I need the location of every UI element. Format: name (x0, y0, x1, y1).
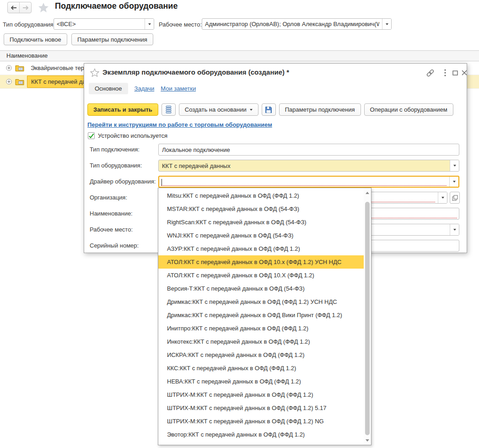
required-underline (161, 185, 447, 186)
more-actions-button[interactable] (440, 68, 450, 77)
dialog-toolbar: Записать и закрыть Создать на основании … (87, 103, 453, 116)
create-based-on-button[interactable]: Создать на основании (179, 103, 258, 116)
workplace-filter-dropdown-button[interactable] (382, 19, 391, 29)
connection-params-button[interactable]: Параметры подключения (71, 33, 153, 45)
save-button[interactable] (262, 103, 276, 116)
driver-option[interactable]: Дримкас:ККТ с передачей данных в ОФД Вик… (158, 308, 364, 322)
equipment-operations-button[interactable]: Операции с оборудованием (364, 103, 453, 116)
dropdown-scrollbar[interactable] (364, 188, 371, 445)
driver-option[interactable]: WNJI:ККТ с передачей данных в ОФД (54-ФЗ… (158, 229, 364, 242)
organization-open-button[interactable] (450, 192, 460, 204)
serial-number-label: Серийный номер: (90, 240, 139, 252)
scroll-up-icon (366, 192, 369, 194)
page-title: Подключаемое оборудование (55, 1, 178, 11)
equipment-type-dropdown-button[interactable] (450, 160, 459, 171)
close-button[interactable] (459, 68, 469, 77)
dropdown-arrow-icon (148, 23, 151, 25)
driver-dropdown-button[interactable] (449, 177, 458, 187)
dropdown-arrow-icon (453, 181, 456, 183)
instructions-link[interactable]: Перейти к инструкциям по работе с торгов… (87, 121, 272, 128)
organization-dropdown-button[interactable] (438, 192, 447, 203)
driver-field (158, 176, 459, 188)
scroll-down-icon (366, 439, 369, 442)
connection-type-label: Тип подключения: (90, 144, 140, 156)
driver-label: Драйвер оборудования: (90, 176, 156, 188)
name-label: Наименование: (90, 208, 133, 220)
scroll-down-button[interactable] (364, 437, 371, 444)
driver-option[interactable]: Mitsu:ККТ с передачей данных в ОФД (ФФД … (158, 189, 364, 202)
dropdown-arrow-icon (250, 109, 253, 111)
dialog-tab[interactable]: Мои заметки (161, 83, 196, 94)
driver-option[interactable]: ШТРИХ-М:ККТ с передачей данных в ОФД (ФФ… (158, 415, 364, 428)
equipment-type-input[interactable] (159, 160, 450, 171)
save-icon (265, 106, 272, 113)
driver-option[interactable]: Дримкас:ККТ с передачей данных в ОФД (ФФ… (158, 295, 364, 308)
driver-option[interactable]: ККС:ККТ с передачей данных в ОФД (ФФД 1.… (158, 362, 364, 375)
connection-type-field (158, 144, 459, 156)
column-header-name: Наименование (6, 52, 48, 59)
dropdown-arrow-icon (441, 197, 444, 199)
driver-option[interactable]: Инитпро:ККТ с передачей данных в ОФД (ФФ… (158, 322, 364, 335)
driver-option[interactable]: RightScan:ККТ с передачей данных в ОФД (… (158, 216, 364, 229)
equipment-type-filter (54, 18, 154, 30)
device-used-checkbox-row[interactable]: Устройство используется (88, 132, 167, 139)
structure-icon (166, 106, 172, 113)
driver-option[interactable]: НЕВА:ККТ с передачей данных в ОФД (ФФД 1… (158, 375, 364, 388)
dialog-connection-params-button[interactable]: Параметры подключения (279, 103, 361, 116)
dialog-tab[interactable]: Задачи (135, 83, 155, 94)
driver-option[interactable]: АТОЛ:ККТ с передачей данных в ОФД 10.X (… (158, 269, 364, 282)
driver-option[interactable]: ШТРИХ-М:ККТ с передачей данных в ОФД (ФФ… (158, 401, 364, 415)
dialog-tabs: Основное Задачи Мои заметки (89, 83, 196, 94)
history-nav (7, 2, 32, 13)
folder-icon (15, 65, 24, 71)
scroll-up-button[interactable] (364, 189, 371, 196)
forward-button[interactable] (19, 2, 31, 13)
scrollbar-thumb[interactable] (365, 202, 370, 435)
back-button[interactable] (8, 2, 19, 13)
structure-button[interactable] (161, 103, 176, 116)
driver-option[interactable]: ШТРИХ-М:ККТ с передачей данных в ОФД (ФФ… (158, 388, 364, 401)
get-link-button[interactable] (425, 68, 435, 77)
driver-option[interactable]: АЗУР:ККТ с передачей данных в ОФД (ФФД 1… (158, 242, 364, 255)
equipment-type-filter-input[interactable] (54, 19, 145, 29)
expand-node-icon[interactable] (6, 79, 12, 85)
connect-new-button[interactable]: Подключить новое (4, 33, 67, 45)
driver-option[interactable]: Инкотекс:ККТ с передачей данных в ОФД (Ф… (158, 335, 364, 348)
driver-options: Mitsu:ККТ с передачей данных в ОФД (ФФД … (158, 189, 364, 441)
dropdown-arrow-icon (453, 229, 456, 231)
expand-node-icon[interactable] (6, 65, 12, 71)
equipment-type-filter-label: Тип оборудования: (3, 21, 55, 28)
text-caret (161, 179, 162, 186)
equipment-type-label: Тип оборудования: (90, 160, 142, 172)
workplace-filter-input[interactable] (202, 19, 382, 29)
open-form-icon (452, 195, 458, 201)
app-window: Подключаемое оборудование Тип оборудован… (0, 0, 479, 448)
dialog-title: Экземпляр подключаемого оборудования (со… (102, 68, 289, 76)
equipment-type-filter-dropdown-button[interactable] (145, 19, 154, 29)
connection-type-input[interactable] (159, 144, 459, 155)
save-and-close-button[interactable]: Записать и закрыть (87, 103, 158, 116)
close-icon (462, 70, 467, 76)
dropdown-arrow-icon (386, 23, 388, 25)
driver-option[interactable]: Эвотор:ККТ с передачей данных в ОФД (ФФД… (158, 428, 364, 441)
dropdown-arrow-icon (453, 165, 456, 167)
device-used-checkbox[interactable] (88, 132, 95, 139)
dialog-tab[interactable]: Основное (89, 83, 128, 94)
dialog-star-icon[interactable] (90, 68, 99, 78)
driver-option[interactable]: ИСКРА:ККТ с передачей данных в ОФД (ФФД … (158, 348, 364, 362)
driver-option[interactable]: АТОЛ:ККТ с передачей данных в ОФД 10.x (… (158, 255, 364, 269)
maximize-button[interactable] (450, 68, 460, 77)
back-icon (10, 5, 17, 11)
workplace-filter (202, 18, 392, 30)
workplace-dropdown-button[interactable] (450, 224, 459, 235)
driver-option[interactable]: MSTAR:ККТ с передачей данных в ОФД (54-Ф… (158, 202, 364, 216)
organization-label: Организация: (90, 192, 127, 204)
favorite-star-icon[interactable] (38, 2, 49, 14)
driver-option[interactable]: Версия-Т:ККТ с передачей данных в ОФД (5… (158, 282, 364, 295)
workplace-label: Рабочее место: (90, 224, 133, 236)
equipment-type-field (158, 160, 459, 172)
device-used-label: Устройство используется (98, 132, 167, 139)
folder-icon (15, 78, 24, 85)
table-header: Наименование (0, 50, 479, 61)
link-icon (426, 69, 435, 77)
